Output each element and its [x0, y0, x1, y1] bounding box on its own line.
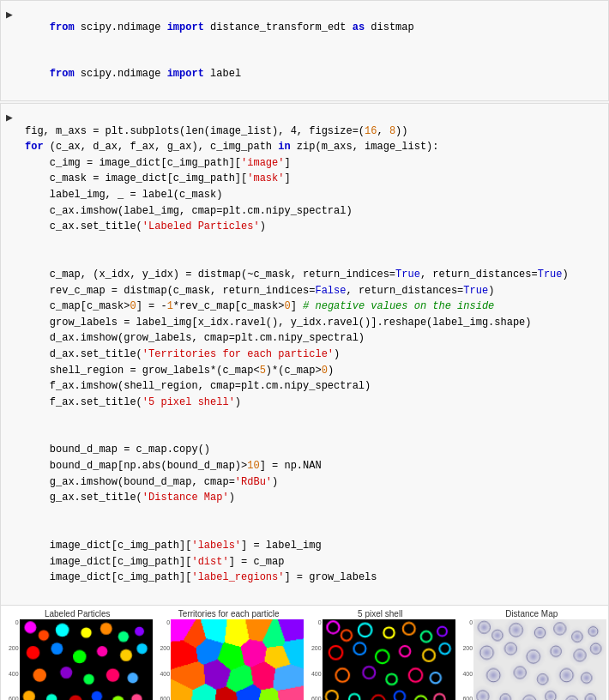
- plot-canvas-labeled-1: [20, 619, 153, 700]
- plot-canvas-shell-1: [323, 619, 455, 700]
- code-line-1: from scipy.ndimage import distance_trans…: [25, 4, 605, 51]
- y-axis-labels-2: 02004006008001000: [154, 619, 172, 700]
- plot-labeled-particles-1: Labeled Particles 02004006008001000 0200…: [3, 609, 153, 700]
- plot-title-3: 5 pixel shell: [305, 609, 455, 619]
- plot-canvas-distmap-1: [473, 619, 606, 700]
- y-axis-labels-3: 02004006008001000: [305, 619, 323, 700]
- plot-title-1: Labeled Particles: [3, 609, 153, 619]
- plot-distmap-1: Distance Map 02004006008001000 020040060…: [457, 609, 607, 700]
- y-axis-labels-1: 02004006008001000: [3, 619, 20, 700]
- output-section: Labeled Particles 02004006008001000 0200…: [0, 606, 609, 700]
- code-line-2: from scipy.ndimage import label: [25, 51, 605, 97]
- code-cell-1: ▶ from scipy.ndimage import distance_tra…: [0, 0, 609, 101]
- plot-title-4: Distance Map: [457, 609, 607, 619]
- code-body: fig, m_axs = plt.subplots(len(image_list…: [25, 107, 605, 601]
- y-axis-labels-4: 02004006008001000: [457, 619, 474, 700]
- run-indicator-2: ▶: [6, 111, 13, 124]
- plot-title-2: Territories for each particle: [154, 609, 304, 619]
- plot-row-1: Labeled Particles 02004006008001000 0200…: [3, 609, 606, 700]
- code-cell-2: ▶ fig, m_axs = plt.subplots(len(image_li…: [0, 103, 609, 606]
- plot-territories-1: Territories for each particle 0200400600…: [154, 609, 304, 700]
- plot-shell-1: 5 pixel shell 02004006008001000 02004006…: [305, 609, 455, 700]
- plot-canvas-territories-1: [171, 619, 304, 700]
- run-indicator-1: ▶: [6, 8, 13, 21]
